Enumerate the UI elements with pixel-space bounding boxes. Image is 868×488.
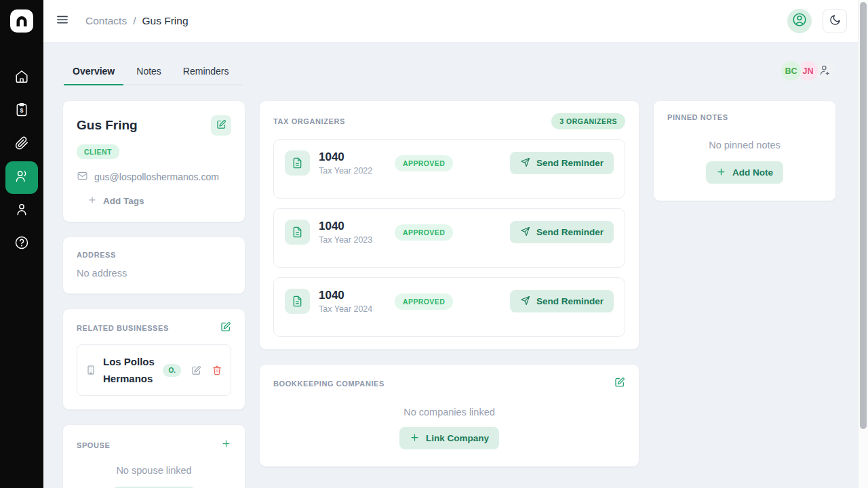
building-icon [85,365,96,375]
plus-icon [87,195,97,207]
hamburger-icon [56,13,69,29]
address-card: ADDRESS No address [62,237,245,294]
tab-bar: Overview Notes Reminders [64,57,242,85]
user-circle-icon [791,12,808,30]
collaborator-avatars: BC JN [780,60,836,82]
plus-icon [410,432,420,445]
edit-pencil-icon [216,119,226,132]
client-type-badge: CLIENT [77,144,119,159]
account-avatar-button[interactable] [787,9,812,33]
organizer-row[interactable]: 1040 Tax Year 2022 APPROVED Send Reminde… [273,139,625,199]
organizer-year: Tax Year 2024 [319,304,378,314]
edit-bookkeeping-button[interactable] [614,377,625,390]
tab-notes[interactable]: Notes [127,57,170,84]
address-empty-text: No address [77,268,231,279]
send-reminder-button[interactable]: Send Reminder [510,152,614,174]
send-icon [520,296,530,308]
related-business-row: Los Pollos Hermanos O. [77,344,231,396]
user-icon [14,202,29,220]
help-icon [14,235,29,253]
send-icon [520,226,530,239]
edit-business-link-button[interactable] [191,365,201,375]
plus-icon [716,167,726,179]
sidebar-item-invoices[interactable]: $ [5,95,38,127]
add-note-button[interactable]: Add Note [706,161,783,184]
sidebar-item-profile[interactable] [5,195,38,227]
organizer-row[interactable]: 1040 Tax Year 2023 APPROVED Send Reminde… [273,208,625,268]
status-badge: APPROVED [395,224,453,241]
breadcrumb-contacts-link[interactable]: Contacts [85,15,127,27]
moon-icon [829,14,842,29]
pinned-notes-card: PINNED NOTES No pinned notes Add Note [653,100,836,201]
status-badge: APPROVED [395,155,453,171]
svg-text:$: $ [20,107,24,114]
tab-overview[interactable]: Overview [64,57,123,84]
organizer-year: Tax Year 2023 [319,235,378,245]
link-company-button[interactable]: Link Company [399,427,499,449]
page-scrollbar[interactable] [858,0,868,488]
send-reminder-label: Send Reminder [536,158,604,168]
organizer-name: 1040 [319,150,378,164]
relationship-badge: O. [163,364,181,377]
organizers-count-badge: 3 ORGANIZERS [551,113,625,129]
menu-toggle-button[interactable] [52,11,73,31]
home-icon [14,69,29,87]
invoice-icon: $ [14,102,29,120]
breadcrumb-separator: / [133,15,136,27]
sidebar-item-files[interactable] [5,128,38,161]
organizer-name: 1040 [319,220,378,233]
send-reminder-button[interactable]: Send Reminder [510,221,614,243]
add-spouse-button[interactable] [221,439,231,451]
spouse-card: SPOUSE No spouse linked [62,424,245,488]
avatar-bc[interactable]: BC [780,60,802,82]
tax-organizers-card: TAX ORGANIZERS 3 ORGANIZERS 1040 Tax Yea… [259,100,639,350]
send-reminder-label: Send Reminder [536,296,604,306]
document-icon [285,220,310,245]
address-card-title: ADDRESS [77,251,231,259]
related-business-name[interactable]: Los Pollos Hermanos [103,353,156,387]
sidebar-item-contacts[interactable] [5,161,38,194]
spouse-card-title: SPOUSE [77,441,110,449]
topbar-actions [787,9,847,33]
contact-profile-card: Gus Fring CLIENT gus@lospolloshermanos.c… [62,100,245,222]
spouse-empty-text: No spouse linked [77,465,231,476]
dark-mode-toggle[interactable] [823,9,847,33]
plus-icon [221,439,231,451]
send-icon [520,157,530,169]
contact-name: Gus Fring [77,118,138,133]
sidebar-item-home[interactable] [5,62,38,94]
add-note-label: Add Note [732,167,773,178]
add-tags-label: Add Tags [103,196,144,206]
app-sidebar: $ [0,0,43,488]
scrollbar-thumb[interactable] [860,2,867,429]
breadcrumb: Contacts / Gus Fring [85,15,189,27]
edit-related-businesses-button[interactable] [220,321,231,335]
app-logo-icon[interactable] [10,9,33,33]
paperclip-icon [14,136,29,153]
person-plus-icon [818,64,831,79]
mail-icon [77,170,88,184]
document-icon [285,150,310,176]
contact-email: gus@lospolloshermanos.com [94,171,219,182]
edit-pencil-icon [614,377,625,390]
edit-pencil-icon [220,321,231,335]
organizer-row[interactable]: 1040 Tax Year 2024 APPROVED Send Reminde… [273,277,625,337]
send-reminder-button[interactable]: Send Reminder [510,290,614,312]
tax-organizers-title: TAX ORGANIZERS [273,117,345,125]
bookkeeping-title: BOOKKEEPING COMPANIES [273,380,384,388]
sidebar-item-help[interactable] [5,228,38,260]
edit-contact-button[interactable] [211,115,231,136]
status-badge: APPROVED [395,293,453,310]
organizer-year: Tax Year 2022 [319,166,378,176]
pinned-notes-title: PINNED NOTES [667,113,822,121]
add-tags-button[interactable]: Add Tags [87,195,231,207]
contacts-icon [14,169,29,186]
bookkeeping-empty-text: No companies linked [403,407,495,418]
main-content: Overview Notes Reminders BC JN Gus Fring [43,43,858,488]
related-businesses-card: RELATED BUSINESSES Los Pollos Hermanos O… [62,308,245,410]
organizer-name: 1040 [319,289,378,302]
send-reminder-label: Send Reminder [536,227,604,237]
tab-reminders[interactable]: Reminders [174,57,238,84]
top-bar: Contacts / Gus Fring [43,0,858,43]
delete-business-link-button[interactable] [212,365,222,375]
